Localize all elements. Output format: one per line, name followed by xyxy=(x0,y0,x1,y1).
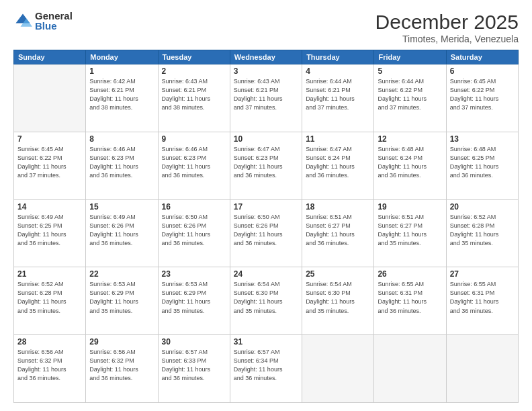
day-number: 8 xyxy=(89,134,154,144)
calendar-cell: 4Sunrise: 6:44 AM Sunset: 6:21 PM Daylig… xyxy=(302,64,374,132)
weekday-header: Sunday xyxy=(14,50,86,64)
day-info: Sunrise: 6:42 AM Sunset: 6:21 PM Dayligh… xyxy=(89,77,154,112)
day-info: Sunrise: 6:45 AM Sunset: 6:22 PM Dayligh… xyxy=(17,145,82,180)
day-number: 21 xyxy=(17,269,82,279)
calendar-cell: 25Sunrise: 6:54 AM Sunset: 6:30 PM Dayli… xyxy=(302,267,374,335)
calendar-cell: 26Sunrise: 6:55 AM Sunset: 6:31 PM Dayli… xyxy=(374,267,446,335)
day-info: Sunrise: 6:43 AM Sunset: 6:21 PM Dayligh… xyxy=(162,77,226,112)
day-info: Sunrise: 6:55 AM Sunset: 6:31 PM Dayligh… xyxy=(378,280,442,315)
day-info: Sunrise: 6:56 AM Sunset: 6:32 PM Dayligh… xyxy=(89,348,154,383)
day-number: 4 xyxy=(306,66,370,76)
day-info: Sunrise: 6:56 AM Sunset: 6:32 PM Dayligh… xyxy=(17,348,82,383)
day-info: Sunrise: 6:50 AM Sunset: 6:26 PM Dayligh… xyxy=(162,213,226,248)
calendar-cell: 23Sunrise: 6:53 AM Sunset: 6:29 PM Dayli… xyxy=(158,267,230,335)
calendar-cell: 20Sunrise: 6:52 AM Sunset: 6:28 PM Dayli… xyxy=(446,199,518,267)
weekday-row: SundayMondayTuesdayWednesdayThursdayFrid… xyxy=(14,50,519,64)
day-info: Sunrise: 6:52 AM Sunset: 6:28 PM Dayligh… xyxy=(17,280,82,315)
calendar-cell: 1Sunrise: 6:42 AM Sunset: 6:21 PM Daylig… xyxy=(86,64,158,132)
day-number: 15 xyxy=(89,202,154,212)
logo: General Blue xyxy=(13,11,73,31)
day-info: Sunrise: 6:48 AM Sunset: 6:25 PM Dayligh… xyxy=(450,145,515,180)
calendar-week-row: 28Sunrise: 6:56 AM Sunset: 6:32 PM Dayli… xyxy=(14,335,519,403)
calendar-cell: 27Sunrise: 6:55 AM Sunset: 6:31 PM Dayli… xyxy=(446,267,518,335)
calendar-cell: 13Sunrise: 6:48 AM Sunset: 6:25 PM Dayli… xyxy=(446,132,518,199)
calendar-cell xyxy=(14,64,86,132)
month-title: December 2025 xyxy=(375,11,519,34)
weekday-header: Friday xyxy=(374,50,446,64)
calendar-cell xyxy=(374,335,446,403)
day-number: 13 xyxy=(450,134,515,144)
calendar-cell: 2Sunrise: 6:43 AM Sunset: 6:21 PM Daylig… xyxy=(158,64,230,132)
day-info: Sunrise: 6:45 AM Sunset: 6:22 PM Dayligh… xyxy=(450,77,515,112)
calendar-cell: 11Sunrise: 6:47 AM Sunset: 6:24 PM Dayli… xyxy=(302,132,374,199)
calendar-header: SundayMondayTuesdayWednesdayThursdayFrid… xyxy=(14,50,519,64)
calendar-week-row: 1Sunrise: 6:42 AM Sunset: 6:21 PM Daylig… xyxy=(14,64,519,132)
calendar-cell: 18Sunrise: 6:51 AM Sunset: 6:27 PM Dayli… xyxy=(302,199,374,267)
day-number: 7 xyxy=(17,134,82,144)
calendar-cell: 19Sunrise: 6:51 AM Sunset: 6:27 PM Dayli… xyxy=(374,199,446,267)
day-info: Sunrise: 6:47 AM Sunset: 6:23 PM Dayligh… xyxy=(234,145,298,180)
day-info: Sunrise: 6:55 AM Sunset: 6:31 PM Dayligh… xyxy=(450,280,515,315)
day-info: Sunrise: 6:44 AM Sunset: 6:22 PM Dayligh… xyxy=(378,77,442,112)
logo-general: General xyxy=(35,11,73,21)
day-number: 27 xyxy=(450,269,515,279)
day-info: Sunrise: 6:46 AM Sunset: 6:23 PM Dayligh… xyxy=(162,145,226,180)
day-number: 30 xyxy=(162,337,226,347)
day-info: Sunrise: 6:57 AM Sunset: 6:34 PM Dayligh… xyxy=(234,348,298,383)
calendar-cell: 31Sunrise: 6:57 AM Sunset: 6:34 PM Dayli… xyxy=(230,335,302,403)
location: Timotes, Merida, Venezuela xyxy=(375,34,519,44)
day-number: 22 xyxy=(89,269,154,279)
day-info: Sunrise: 6:54 AM Sunset: 6:30 PM Dayligh… xyxy=(234,280,298,315)
calendar-week-row: 7Sunrise: 6:45 AM Sunset: 6:22 PM Daylig… xyxy=(14,132,519,199)
calendar-cell: 10Sunrise: 6:47 AM Sunset: 6:23 PM Dayli… xyxy=(230,132,302,199)
day-number: 9 xyxy=(162,134,226,144)
day-info: Sunrise: 6:53 AM Sunset: 6:29 PM Dayligh… xyxy=(89,280,154,315)
calendar-cell xyxy=(302,335,374,403)
calendar-cell: 12Sunrise: 6:48 AM Sunset: 6:24 PM Dayli… xyxy=(374,132,446,199)
calendar-cell: 8Sunrise: 6:46 AM Sunset: 6:23 PM Daylig… xyxy=(86,132,158,199)
calendar-cell: 9Sunrise: 6:46 AM Sunset: 6:23 PM Daylig… xyxy=(158,132,230,199)
calendar-cell: 22Sunrise: 6:53 AM Sunset: 6:29 PM Dayli… xyxy=(86,267,158,335)
calendar-cell: 6Sunrise: 6:45 AM Sunset: 6:22 PM Daylig… xyxy=(446,64,518,132)
calendar-week-row: 14Sunrise: 6:49 AM Sunset: 6:25 PM Dayli… xyxy=(14,199,519,267)
title-area: December 2025 Timotes, Merida, Venezuela xyxy=(375,11,519,44)
calendar-cell: 24Sunrise: 6:54 AM Sunset: 6:30 PM Dayli… xyxy=(230,267,302,335)
day-info: Sunrise: 6:52 AM Sunset: 6:28 PM Dayligh… xyxy=(450,213,515,248)
day-info: Sunrise: 6:57 AM Sunset: 6:33 PM Dayligh… xyxy=(162,348,226,383)
day-number: 11 xyxy=(306,134,370,144)
logo-icon xyxy=(13,11,32,30)
day-number: 2 xyxy=(162,66,226,76)
calendar-cell: 17Sunrise: 6:50 AM Sunset: 6:26 PM Dayli… xyxy=(230,199,302,267)
day-number: 28 xyxy=(17,337,82,347)
day-number: 18 xyxy=(306,202,370,212)
weekday-header: Monday xyxy=(86,50,158,64)
day-number: 6 xyxy=(450,66,515,76)
calendar-cell: 30Sunrise: 6:57 AM Sunset: 6:33 PM Dayli… xyxy=(158,335,230,403)
calendar: SundayMondayTuesdayWednesdayThursdayFrid… xyxy=(13,50,519,403)
weekday-header: Tuesday xyxy=(158,50,230,64)
day-info: Sunrise: 6:51 AM Sunset: 6:27 PM Dayligh… xyxy=(378,213,442,248)
calendar-cell xyxy=(446,335,518,403)
calendar-cell: 16Sunrise: 6:50 AM Sunset: 6:26 PM Dayli… xyxy=(158,199,230,267)
day-info: Sunrise: 6:47 AM Sunset: 6:24 PM Dayligh… xyxy=(306,145,370,180)
day-info: Sunrise: 6:44 AM Sunset: 6:21 PM Dayligh… xyxy=(306,77,370,112)
day-info: Sunrise: 6:51 AM Sunset: 6:27 PM Dayligh… xyxy=(306,213,370,248)
calendar-week-row: 21Sunrise: 6:52 AM Sunset: 6:28 PM Dayli… xyxy=(14,267,519,335)
day-number: 19 xyxy=(378,202,442,212)
day-number: 3 xyxy=(234,66,298,76)
day-info: Sunrise: 6:46 AM Sunset: 6:23 PM Dayligh… xyxy=(89,145,154,180)
calendar-cell: 29Sunrise: 6:56 AM Sunset: 6:32 PM Dayli… xyxy=(86,335,158,403)
day-number: 31 xyxy=(234,337,298,347)
day-number: 29 xyxy=(89,337,154,347)
day-number: 24 xyxy=(234,269,298,279)
day-number: 10 xyxy=(234,134,298,144)
day-number: 14 xyxy=(17,202,82,212)
day-info: Sunrise: 6:50 AM Sunset: 6:26 PM Dayligh… xyxy=(234,213,298,248)
logo-blue: Blue xyxy=(35,21,73,31)
day-info: Sunrise: 6:53 AM Sunset: 6:29 PM Dayligh… xyxy=(162,280,226,315)
day-number: 20 xyxy=(450,202,515,212)
calendar-cell: 14Sunrise: 6:49 AM Sunset: 6:25 PM Dayli… xyxy=(14,199,86,267)
day-number: 5 xyxy=(378,66,442,76)
page: General Blue December 2025 Timotes, Meri… xyxy=(0,0,532,411)
day-number: 25 xyxy=(306,269,370,279)
